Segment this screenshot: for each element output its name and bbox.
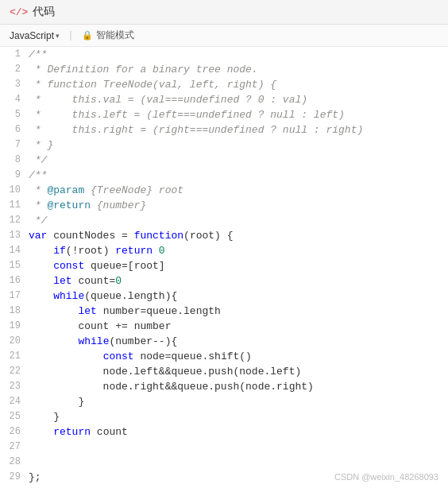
line-number: 7 (0, 137, 29, 153)
code-line: 2 * Definition for a binary tree node. (0, 62, 448, 77)
token: node.left (29, 366, 159, 378)
token: @param (47, 184, 84, 196)
token: * } (29, 139, 53, 151)
language-selector[interactable]: JavaScript ▾ (10, 30, 60, 41)
lock-icon: 🔒 (82, 30, 93, 41)
code-line: 10 * @param {TreeNode} root (0, 183, 448, 198)
line-content: */ (29, 213, 448, 228)
line-content: * function TreeNode(val, left, right) { (29, 77, 448, 92)
token: */ (29, 154, 47, 166)
code-line: 14 if(!root) return 0 (0, 243, 448, 258)
code-line: 13var countNodes = function(root) { (0, 228, 448, 243)
line-content: while(queue.length){ (29, 289, 448, 304)
language-label: JavaScript (10, 30, 54, 41)
code-line: 8 */ (0, 153, 448, 168)
line-number: 25 (0, 409, 29, 424)
code-line: 28 (0, 455, 448, 470)
code-line: 3 * function TreeNode(val, left, right) … (0, 77, 448, 92)
line-number: 5 (0, 107, 29, 122)
line-number: 17 (0, 289, 29, 304)
token: (number--){ (109, 335, 177, 347)
line-content: } (29, 394, 448, 409)
token: && (159, 366, 172, 378)
toolbar: JavaScript ▾ | 🔒 智能模式 (0, 25, 448, 47)
line-content: return count (29, 424, 448, 440)
line-number: 4 (0, 92, 29, 107)
token: number (97, 305, 141, 317)
token: = (122, 230, 128, 242)
token: count (29, 320, 115, 332)
token: * this.left = (left===undefined ? null :… (29, 109, 345, 121)
token: tree (196, 64, 221, 76)
line-number: 27 (0, 440, 29, 455)
code-line: 1/** (0, 47, 448, 62)
line-number: 15 (0, 258, 29, 273)
code-line: 27 (0, 440, 448, 455)
token: var (29, 230, 47, 242)
code-line: 24 } (0, 394, 448, 409)
line-number: 3 (0, 77, 29, 92)
line-content: while(number--){ (29, 334, 448, 349)
token: let (78, 305, 96, 317)
token: Definition (47, 64, 109, 76)
token: && (165, 381, 178, 393)
line-number: 8 (0, 153, 29, 168)
line-content: let count=0 (29, 273, 448, 289)
token: if (53, 245, 66, 257)
code-line: 26 return count (0, 424, 448, 440)
line-content: var countNodes = function(root) { (29, 228, 448, 243)
line-number: 1 (0, 47, 29, 62)
code-line: 21 const node=queue.shift() (0, 349, 448, 364)
line-content (29, 440, 448, 455)
token: countNodes (47, 230, 122, 242)
token: }; (29, 471, 41, 483)
token: count (91, 426, 128, 438)
code-line: 12 */ (0, 213, 448, 228)
token: count (72, 275, 110, 287)
token: {TreeNode} root (84, 184, 183, 196)
token: (queue.length){ (84, 290, 177, 302)
line-number: 2 (0, 62, 29, 77)
line-number: 13 (0, 228, 29, 243)
token: for a binary (109, 64, 195, 76)
line-content: * this.right = (right===undefined ? null… (29, 122, 448, 137)
token: (root) { (183, 230, 233, 242)
line-content: node.right&&queue.push(node.right) (29, 379, 448, 394)
watermark: CSDN @weixin_48268093 (334, 472, 438, 482)
token: return (53, 426, 91, 438)
code-line: 20 while(number--){ (0, 334, 448, 349)
token (29, 275, 53, 287)
line-content: node.left&&queue.push(node.left) (29, 364, 448, 379)
token (29, 426, 53, 438)
line-content: */ (29, 153, 448, 168)
token: const (53, 260, 84, 272)
line-content: * Definition for a binary tree node. (29, 62, 448, 77)
token: =[root] (122, 260, 165, 272)
code-line: 17 while(queue.length){ (0, 289, 448, 304)
token (29, 351, 103, 362)
line-number: 16 (0, 273, 29, 289)
token: /** (29, 48, 47, 60)
line-number: 26 (0, 424, 29, 440)
line-content: /** (29, 47, 448, 62)
smart-mode-toggle[interactable]: 🔒 智能模式 (82, 29, 134, 42)
token (29, 305, 78, 317)
token: node (134, 351, 165, 362)
line-content: * @return {number} (29, 198, 448, 213)
token: += (115, 320, 128, 332)
token: const (103, 351, 134, 362)
code-line: 16 let count=0 (0, 273, 448, 289)
line-content: const queue=[root] (29, 258, 448, 273)
line-number: 11 (0, 198, 29, 213)
token: queue.shift() (171, 351, 251, 362)
token: * (29, 184, 47, 196)
token (128, 230, 134, 242)
token: } (29, 411, 60, 423)
line-content: * this.val = (val===undefined ? 0 : val) (29, 92, 448, 107)
code-line: 19 count += number (0, 319, 448, 334)
token: /** (29, 169, 47, 181)
token (29, 245, 53, 257)
line-content: let number=queue.length (29, 304, 448, 319)
token: 0 (115, 275, 122, 287)
code-line: 4 * this.val = (val===undefined ? 0 : va… (0, 92, 448, 107)
